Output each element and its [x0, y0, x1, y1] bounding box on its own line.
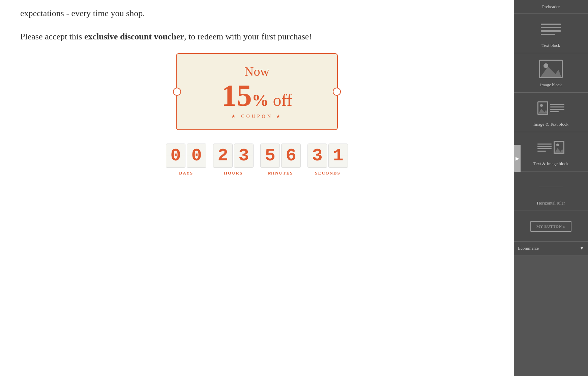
sidebar-item-image-text-block[interactable]: Image & Text block: [514, 93, 588, 132]
coupon-off: off: [269, 91, 292, 109]
ti-line-2: [537, 146, 552, 147]
sidebar-item-my-button[interactable]: MY BUTTON »: [514, 211, 588, 242]
countdown-days: 0 0 DAYS: [166, 144, 206, 176]
countdown-days-d2: 0: [187, 144, 206, 168]
intro-partial-text: expectations - every time you shop.: [20, 7, 494, 20]
text-part-graphic: [550, 104, 564, 112]
text-image-graphic: [537, 141, 564, 154]
countdown-hours-d2: 3: [234, 144, 254, 168]
image-block-label: Image block: [540, 82, 562, 88]
text-image-block-label: Text & Image block: [533, 161, 568, 166]
sidebar-item-text-image-block[interactable]: Text & Image block: [514, 132, 588, 171]
countdown-minutes-digits: 5 6: [260, 144, 301, 168]
countdown-hours-d1: 2: [213, 144, 233, 168]
countdown-days-label: DAYS: [179, 170, 193, 176]
countdown-minutes: 5 6 MINUTES: [260, 144, 301, 176]
coupon-wrapper: Now 15% off ★ COUPON ★: [20, 53, 494, 130]
horizontal-ruler-label: Horizontal ruler: [537, 200, 565, 206]
countdown-seconds-d2: 1: [328, 144, 348, 168]
coupon-label: ★ COUPON ★: [197, 114, 317, 119]
ti-line-1: [537, 144, 552, 145]
star-icon-left: ★: [231, 114, 238, 119]
countdown-seconds-label: SECONDS: [315, 170, 340, 176]
preheader-label: Preheader: [542, 4, 560, 9]
sidebar: Preheader Text block Image block: [514, 0, 588, 376]
hr-line-graphic: [539, 187, 563, 187]
svg-marker-1: [538, 109, 547, 114]
coupon-text: COUPON: [241, 114, 273, 119]
text-block-icon: [537, 19, 564, 39]
text-block-label: Text block: [541, 43, 560, 48]
chevron-right-icon: ▶: [516, 156, 519, 161]
it-line-4: [550, 111, 559, 112]
horizontal-ruler-icon: [537, 177, 564, 197]
image-text-block-icon: [537, 98, 564, 118]
text-image-block-icon: [537, 137, 564, 158]
countdown-days-digits: 0 0: [166, 144, 206, 168]
countdown-days-d1: 0: [166, 144, 185, 168]
image-block-icon: [537, 59, 564, 79]
countdown-minutes-label: MINUTES: [268, 170, 293, 176]
img-mountain-svg: [538, 102, 547, 114]
ti-text-part-graphic: [537, 144, 552, 152]
countdown-seconds-digits: 3 1: [307, 144, 348, 168]
it-line-2: [550, 106, 564, 107]
it-line-3: [550, 109, 564, 110]
voucher-paragraph: Please accept this exclusive discount vo…: [20, 30, 494, 43]
countdown-hours: 2 3 HOURS: [213, 144, 254, 176]
svg-marker-2: [555, 148, 563, 153]
sidebar-toggle[interactable]: ▶: [514, 145, 521, 172]
ti-mountain-svg: [555, 142, 563, 153]
countdown-hours-digits: 2 3: [213, 144, 254, 168]
my-button-icon: MY BUTTON »: [537, 216, 564, 237]
text-lines-graphic: [541, 24, 561, 35]
ti-line-3: [537, 148, 552, 149]
svg-marker-0: [540, 66, 561, 77]
mountain-svg: [540, 61, 562, 77]
sidebar-item-image-block[interactable]: Image block: [514, 53, 588, 93]
countdown-minutes-d1: 5: [260, 144, 280, 168]
star-icon-right: ★: [276, 114, 283, 119]
sidebar-item-text-block[interactable]: Text block: [514, 14, 588, 53]
coupon-now: Now: [197, 64, 317, 79]
countdown-seconds: 3 1 SECONDS: [307, 144, 348, 176]
countdown-seconds-d1: 3: [307, 144, 327, 168]
coupon-percent: %: [252, 91, 269, 109]
text-line-4: [541, 34, 555, 35]
ti-line-4: [537, 151, 546, 152]
ecommerce-chevron-icon: ▼: [580, 246, 584, 251]
image-text-block-label: Image & Text block: [533, 122, 568, 127]
text-line-2: [541, 27, 561, 28]
coupon-amount-row: 15% off: [197, 81, 317, 111]
coupon-amount: 15: [222, 79, 252, 112]
countdown-hours-label: HOURS: [224, 170, 243, 176]
it-line-1: [550, 104, 564, 105]
image-text-graphic: [537, 101, 564, 115]
countdown-wrapper: 0 0 DAYS 2 3 HOURS 5 6 MINUTES 3 1: [20, 144, 494, 176]
sidebar-item-preheader[interactable]: Preheader: [514, 0, 588, 14]
main-content: expectations - every time you shop. Plea…: [0, 0, 514, 376]
countdown-minutes-d2: 6: [281, 144, 301, 168]
ti-img-part-graphic: [554, 141, 564, 154]
button-graphic: MY BUTTON »: [530, 221, 571, 232]
hr-graphic: [539, 187, 563, 187]
ecommerce-label: Ecommerce: [518, 246, 539, 251]
sidebar-item-horizontal-ruler[interactable]: Horizontal ruler: [514, 171, 588, 211]
image-graphic: [539, 60, 563, 78]
text-line-1: [541, 24, 561, 25]
text-line-3: [541, 30, 561, 32]
coupon: Now 15% off ★ COUPON ★: [176, 53, 338, 130]
img-part-graphic: [537, 101, 548, 115]
sidebar-section-ecommerce[interactable]: Ecommerce ▼: [514, 242, 588, 255]
